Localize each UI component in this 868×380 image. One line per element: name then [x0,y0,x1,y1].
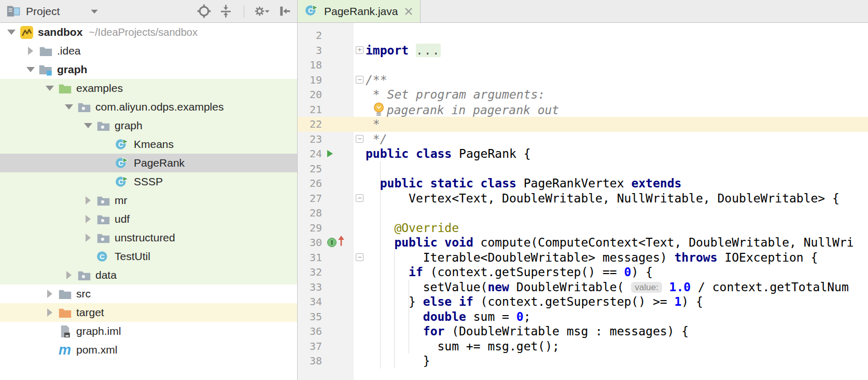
override-gutter-icons[interactable]: I [323,235,354,250]
line-number: 31 [298,250,323,265]
tree-item-testutil[interactable]: CTestUtil [0,247,297,266]
code-line-28[interactable]: 28 [298,206,868,221]
code-text: Iterable<DoubleWritable> messages) throw… [366,250,868,265]
code-line-21[interactable]: 21 pagerank_in pagerank_out [298,102,868,117]
chevron-expanded-icon[interactable] [62,104,76,110]
tree-item-label: graph [57,63,87,76]
iml-icon [57,325,73,338]
line-number: 27 [298,191,323,206]
code-line-31[interactable]: 31− Iterable<DoubleWritable> messages) t… [298,250,868,265]
tree-item-target[interactable]: target [0,303,297,322]
fold-marker-icon[interactable]: + [354,43,366,58]
locate-icon[interactable] [196,4,212,19]
tree-item-label: src [76,288,91,300]
fold-marker-icon[interactable]: − [354,250,366,265]
settings-gear-icon[interactable] [255,4,270,19]
code-line-26[interactable]: 26 public static class PageRankVertex ex… [298,176,868,191]
code-line-22[interactable]: 22 * [298,117,868,132]
code-line-3[interactable]: 3+import ... [298,43,868,58]
code-line-35[interactable]: 35 double sum = 0; [298,309,868,324]
code-line-30[interactable]: 30I public void compute(ComputeContext<T… [298,235,868,250]
fold-column [354,280,366,295]
overrides-arrow-icon[interactable] [338,235,345,250]
line-number: 24 [298,146,323,161]
line-number: 36 [298,324,323,339]
code-line-32[interactable]: 32 if (context.getSuperstep() == 0) { [298,265,868,280]
chevron-down-icon[interactable] [87,4,102,19]
code-text [366,206,868,221]
chevron-collapsed-icon[interactable] [23,47,37,55]
code-line-33[interactable]: 33 setValue(new DoubleWritable( value: 1… [298,280,868,295]
chevron-expanded-icon[interactable] [81,123,95,128]
tree-item-examples[interactable]: examples [0,79,297,98]
code-line-25[interactable]: 25 [298,161,868,177]
tree-item-mr[interactable]: mr [0,191,297,210]
fold-marker-icon[interactable]: − [354,132,366,147]
collapse-icon[interactable] [218,4,233,19]
tree-item-graph[interactable]: graph [0,116,297,135]
tree-item-pom-xml[interactable]: mpom.xml [0,341,297,359]
tree-item-udf[interactable]: udf [0,210,297,228]
fold-marker-icon[interactable]: − [354,73,366,88]
code-line-20[interactable]: 20 * Set program arguments: [298,87,868,102]
hide-panel-icon[interactable] [276,4,292,19]
class-run-icon: C [114,139,131,150]
close-icon[interactable] [404,7,413,16]
tree-item-label: data [95,269,117,281]
code-line-18[interactable]: 18 [298,58,868,73]
fold-marker-icon[interactable]: − [354,191,366,206]
implements-method-icon[interactable]: I [327,238,337,247]
tree-item-kmeans[interactable]: CKmeans [0,135,297,154]
gutter-icon-area [323,117,354,132]
folder-icon [37,46,54,57]
chevron-collapsed-icon[interactable] [81,196,95,205]
code-line-23[interactable]: 23− */ [298,132,868,147]
tree-item-graph-iml[interactable]: graph.iml [0,322,297,341]
code-line-27[interactable]: 27− Vertex<Text, DoubleWritable, NullWri… [298,191,868,206]
tree-item-label: unstructured [115,232,175,244]
code-text: import ... [366,43,868,58]
code-line-29[interactable]: 29 @Override [298,221,868,236]
chevron-collapsed-icon[interactable] [43,308,57,317]
code-line-2[interactable]: 2 [298,28,868,43]
fold-column [354,206,366,221]
tree-item-sssp[interactable]: CSSSP [0,172,297,191]
chevron-collapsed-icon[interactable] [43,290,57,298]
chevron-expanded-icon[interactable] [4,30,18,35]
chevron-collapsed-icon[interactable] [62,271,76,279]
code-text: sum += msg.get(); [366,339,868,354]
intention-bulb-icon[interactable] [373,102,385,117]
code-lines: 23+import ...1819−/**20 * Set program ar… [298,28,868,369]
code-line-24[interactable]: 24public class PageRank { [298,146,868,161]
chevron-collapsed-icon[interactable] [81,234,95,242]
run-gutter-icon[interactable] [323,146,354,161]
fold-column [354,309,366,324]
tree-item-label: TestUtil [115,250,150,263]
editor-body[interactable]: 23+import ...1819−/**20 * Set program ar… [298,23,868,380]
tab-pagerank-java[interactable]: C PageRank.java [298,0,421,22]
code-line-37[interactable]: 37 sum += msg.get(); [298,339,868,354]
code-line-38[interactable]: 38 } [298,354,868,369]
run-class-icon[interactable] [327,150,333,157]
chevron-expanded-icon[interactable] [23,67,37,72]
svg-text:C: C [118,141,123,148]
code-line-19[interactable]: 19−/** [298,73,868,88]
gutter-icon-area [323,176,354,191]
code-line-36[interactable]: 36 for (DoubleWritable msg : messages) { [298,324,868,339]
line-number: 30 [298,235,323,250]
tree-item-sandbox[interactable]: sandbox~/IdeaProjects/sandbox [0,23,297,42]
package-icon [95,195,111,206]
tree-item-src[interactable]: src [0,284,297,303]
svg-text:C: C [100,253,105,261]
tree-item-data[interactable]: data [0,266,297,284]
tree-item--idea[interactable]: .idea [0,42,297,60]
code-text: } [366,354,868,369]
tree-item-unstructured[interactable]: unstructured [0,228,297,247]
code-line-34[interactable]: 34 } else if (context.getSuperstep() >= … [298,294,868,309]
gutter-icon-area [323,265,354,280]
tree-item-com-aliyun-odps-examples[interactable]: com.aliyun.odps.examples [0,98,297,116]
tree-item-graph[interactable]: graph [0,60,297,79]
chevron-expanded-icon[interactable] [43,86,57,91]
tree-item-pagerank[interactable]: CPageRank [0,154,297,172]
chevron-collapsed-icon[interactable] [81,215,95,223]
